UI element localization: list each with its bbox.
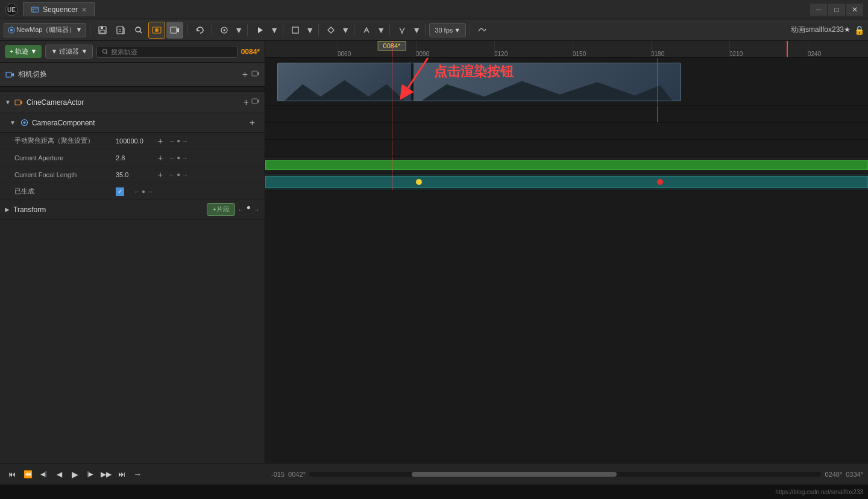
vline-180 xyxy=(651,41,652,57)
playback-play-button[interactable]: ▶ xyxy=(68,467,82,482)
cam-comp-collapse-icon[interactable]: ▼ xyxy=(10,119,16,126)
key-dropdown-button[interactable]: ▼ xyxy=(341,22,350,39)
playback-start-button[interactable]: ⏮ xyxy=(5,467,19,482)
transform-next-button[interactable]: → xyxy=(253,203,260,216)
camera-switch-add-button[interactable]: + xyxy=(242,69,248,80)
autokey-button[interactable] xyxy=(358,22,375,39)
save-sequence-icon xyxy=(98,25,107,35)
play-icon xyxy=(255,25,265,35)
camera-switch-row: 相机切换 + xyxy=(0,63,265,87)
current-aperture-prev-button[interactable]: ← xyxy=(169,154,175,162)
playback-prev-key-button[interactable]: ⏪ xyxy=(20,467,35,482)
toolbar-separator-7 xyxy=(354,24,354,36)
generated-prev-button[interactable]: ← xyxy=(134,188,140,195)
search-box-icon xyxy=(102,48,108,55)
manual-focus-prev-button[interactable]: ← xyxy=(169,137,175,145)
cine-camera-label: CineCameraActor xyxy=(27,98,84,107)
cine-camera-cam-icon xyxy=(251,97,260,105)
transform-add-segment-button[interactable]: +片段 xyxy=(207,203,234,216)
maximize-button[interactable]: □ xyxy=(828,4,845,16)
playback-prev-button[interactable]: ◀ xyxy=(52,467,66,482)
clip-mountain-shape-1 xyxy=(285,80,404,101)
play-dropdown-button[interactable]: ▼ xyxy=(269,22,279,39)
viewport-button[interactable] xyxy=(216,22,233,39)
current-focal-length-prev-button[interactable]: ← xyxy=(169,171,175,178)
manual-focus-next-button[interactable]: → xyxy=(181,137,188,145)
map-selector[interactable]: NewMap（编辑器）▼ xyxy=(4,23,86,37)
generated-next-button[interactable]: → xyxy=(146,188,153,195)
manual-focus-add-button[interactable]: + xyxy=(157,136,164,146)
teal-bar xyxy=(265,176,868,188)
playback-next-button[interactable]: |▶ xyxy=(83,467,98,482)
timeline-scroll-thumb[interactable] xyxy=(412,472,617,477)
search-box[interactable] xyxy=(96,46,237,58)
save-as-button[interactable] xyxy=(112,22,129,39)
playback-prev-frame-button[interactable]: ◀| xyxy=(36,467,51,482)
sequencer-tab[interactable]: Sequencer ✕ xyxy=(23,2,95,16)
timeline-start-frame: -015 xyxy=(271,471,285,478)
generated-checkbox[interactable]: ✓ xyxy=(116,187,124,196)
timeline-track-teal xyxy=(265,174,868,190)
timeline-track-empty-1 xyxy=(265,106,868,123)
snap-button[interactable] xyxy=(394,22,410,39)
toolbar-separator-2 xyxy=(187,24,187,36)
status-bar: https://blog.csdn.net/smallfox233 xyxy=(0,485,868,499)
save-sequence-button[interactable] xyxy=(94,22,111,39)
svg-point-16 xyxy=(155,28,159,32)
key-button[interactable] xyxy=(322,22,339,39)
rect-dropdown-button[interactable]: ▼ xyxy=(305,22,315,39)
ue-logo-icon: UE xyxy=(5,3,18,16)
current-focal-length-next-button[interactable]: → xyxy=(181,171,188,178)
filter-button[interactable]: ▼ 过滤器 ▼ xyxy=(45,45,93,58)
add-track-button[interactable]: + 轨迹 ▼ xyxy=(5,45,42,58)
current-focal-length-nav: ← ● → xyxy=(169,171,188,178)
transform-prev-button[interactable]: ← xyxy=(237,203,244,216)
keyframe-yellow[interactable] xyxy=(416,179,422,185)
current-aperture-add-button[interactable]: + xyxy=(157,153,164,163)
ruler-mark-0210: 0210 xyxy=(729,51,743,57)
tab-close-icon[interactable]: ✕ xyxy=(81,6,87,14)
camera-component-icon xyxy=(20,119,28,127)
lock-icon[interactable]: 🔒 xyxy=(854,25,864,35)
play-button[interactable] xyxy=(251,22,268,39)
ruler-mark-0090: 0090 xyxy=(416,51,429,57)
camera-switch-camera-button[interactable] xyxy=(251,69,260,80)
camera-component-add-button[interactable]: + xyxy=(250,118,255,128)
playback-end-button[interactable]: ⏭ xyxy=(115,467,129,482)
svg-rect-28 xyxy=(252,71,257,76)
current-focal-length-add-button[interactable]: + xyxy=(157,170,164,180)
toolbar-separator-6 xyxy=(318,24,319,36)
current-aperture-next-button[interactable]: → xyxy=(181,154,188,162)
ruler-mark-0240: 0240 xyxy=(808,51,821,57)
close-button[interactable]: ✕ xyxy=(846,4,863,16)
render-button[interactable] xyxy=(148,22,165,39)
search-input[interactable] xyxy=(111,48,232,55)
transform-row: ▶ Transform +片段 ← ● → xyxy=(0,200,265,219)
toolbar-separator-8 xyxy=(389,24,390,36)
viewport-dropdown-button[interactable]: ▼ xyxy=(234,22,244,39)
vline-150 xyxy=(573,41,573,57)
timeline-scrollbar[interactable] xyxy=(309,472,822,477)
search-button[interactable] xyxy=(130,22,147,39)
playback-marker-button[interactable]: → xyxy=(130,467,145,482)
playback-next-frame-button[interactable]: ▶▶ xyxy=(99,467,113,482)
rect-button[interactable] xyxy=(287,22,304,39)
undo-button[interactable] xyxy=(191,22,208,39)
cine-camera-collapse-icon[interactable]: ▼ xyxy=(5,99,11,105)
keyframe-red[interactable] xyxy=(657,179,663,185)
autokey-dropdown-button[interactable]: ▼ xyxy=(376,22,386,39)
track-controls-bar: + 轨迹 ▼ ▼ 过滤器 ▼ 0084* xyxy=(0,41,265,63)
panel-divider xyxy=(0,87,265,92)
transform-collapse-icon[interactable]: ▶ xyxy=(5,206,10,213)
minimize-button[interactable]: ─ xyxy=(810,4,827,16)
cine-camera-add-button[interactable]: + xyxy=(244,97,249,108)
movie-render-button[interactable] xyxy=(166,22,183,39)
timeline-track-empty-2 xyxy=(265,123,868,140)
snap-dropdown-button[interactable]: ▼ xyxy=(412,22,421,39)
fps-selector[interactable]: 30 fps ▼ xyxy=(429,23,466,37)
cine-camera-cam-button[interactable] xyxy=(251,97,260,108)
snap-icon xyxy=(397,25,407,35)
fps-label: 30 fps xyxy=(435,27,453,34)
curve-button[interactable] xyxy=(474,22,491,39)
ruler-mark-0060: 0060 xyxy=(338,51,351,57)
